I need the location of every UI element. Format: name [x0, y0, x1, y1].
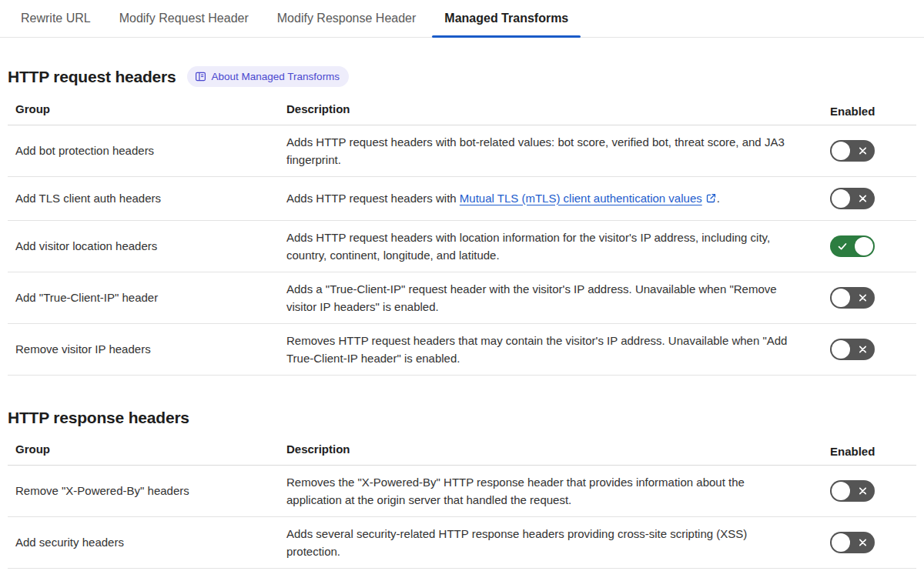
group-cell: Add TLS client auth headers	[8, 190, 286, 207]
response-section-header: HTTP response headers	[8, 408, 916, 427]
section-title-response: HTTP response headers	[8, 408, 189, 427]
toggle-knob	[832, 533, 850, 552]
enabled-toggle-add-tls-client-auth-headers[interactable]	[830, 188, 875, 209]
toggle-knob	[832, 482, 850, 500]
request-headers-table: Group Description Enabled Add bot protec…	[8, 97, 916, 376]
column-header-group: Group	[8, 101, 286, 118]
tab-modify-request-header[interactable]: Modify Request Header	[107, 0, 261, 37]
table-header-row: Group Description Enabled	[8, 437, 916, 466]
table-row: Add "True-Client-IP" header Adds a "True…	[8, 272, 916, 324]
column-header-group: Group	[8, 441, 286, 458]
description-cell: Removes HTTP request headers that may co…	[286, 324, 830, 375]
book-icon	[195, 71, 206, 82]
link-mutual-tls-mtls-client-authentication-values[interactable]: Mutual TLS (mTLS) client authentication …	[460, 192, 702, 205]
table-row: Add TLS client auth headers Adds HTTP re…	[8, 177, 916, 221]
description-cell: Adds HTTP request headers with bot-relat…	[286, 125, 830, 176]
tab-rewrite-url[interactable]: Rewrite URL	[8, 0, 103, 37]
x-icon	[858, 194, 868, 204]
toggle-knob	[832, 142, 850, 160]
group-cell: Remove visitor IP headers	[8, 341, 286, 358]
description-cell: Adds HTTP request headers with Mutual TL…	[286, 182, 830, 216]
about-managed-transforms-badge[interactable]: About Managed Transforms	[187, 66, 350, 87]
x-icon	[858, 538, 868, 548]
x-icon	[858, 345, 868, 355]
enabled-toggle-remove-x-powered-by-headers[interactable]	[830, 480, 875, 502]
table-row: Add bot protection headers Adds HTTP req…	[8, 125, 916, 177]
tab-managed-transforms[interactable]: Managed Transforms	[432, 0, 581, 37]
description-cell: Adds several security-related HTTP respo…	[286, 517, 830, 568]
toggle-knob	[832, 189, 850, 208]
table-header-row: Group Description Enabled	[8, 97, 916, 125]
request-headers-section: HTTP request headers About Managed Trans…	[8, 66, 916, 376]
column-header-enabled: Enabled	[830, 105, 916, 118]
group-cell: Remove "X-Powered-By" headers	[8, 483, 286, 499]
enabled-toggle-remove-visitor-ip-headers[interactable]	[830, 339, 875, 360]
x-icon	[858, 146, 868, 156]
enabled-toggle-add-true-client-ip-header[interactable]	[830, 287, 875, 309]
response-headers-table: Group Description Enabled Remove "X-Powe…	[8, 437, 916, 569]
enabled-toggle-add-visitor-location-headers[interactable]	[830, 235, 875, 257]
group-cell: Add "True-Client-IP" header	[8, 289, 286, 306]
toggle-knob	[832, 340, 850, 359]
toggle-knob	[832, 289, 850, 307]
column-header-enabled: Enabled	[830, 445, 916, 458]
response-headers-section: HTTP response headers Group Description …	[8, 408, 916, 569]
table-row: Remove "X-Powered-By" headers Removes th…	[8, 466, 916, 517]
group-cell: Add visitor location headers	[8, 238, 286, 255]
tab-modify-response-header[interactable]: Modify Response Header	[265, 0, 429, 37]
column-header-description: Description	[286, 440, 830, 458]
badge-label: About Managed Transforms	[212, 72, 340, 82]
table-row: Remove visitor IP headers Removes HTTP r…	[8, 324, 916, 376]
description-cell: Adds a "True-Client-IP" request header w…	[286, 272, 830, 323]
section-title-request: HTTP request headers	[8, 67, 176, 86]
external-link-icon	[705, 191, 717, 209]
check-icon	[837, 241, 848, 252]
request-section-header: HTTP request headers About Managed Trans…	[8, 66, 916, 87]
table-row: Add security headers Adds several securi…	[8, 517, 916, 569]
tab-bar: Rewrite URLModify Request HeaderModify R…	[0, 0, 924, 38]
enabled-toggle-add-bot-protection-headers[interactable]	[830, 140, 875, 162]
description-cell: Removes the "X-Powered-By" HTTP response…	[286, 466, 830, 516]
enabled-toggle-add-security-headers[interactable]	[830, 532, 875, 553]
group-cell: Add bot protection headers	[8, 142, 286, 159]
x-icon	[858, 486, 868, 496]
x-icon	[858, 293, 868, 303]
toggle-knob	[855, 237, 873, 255]
table-row: Add visitor location headers Adds HTTP r…	[8, 221, 916, 272]
column-header-description: Description	[286, 100, 830, 118]
group-cell: Add security headers	[8, 534, 286, 551]
description-cell: Adds HTTP request headers with location …	[286, 221, 830, 272]
managed-transforms-content: HTTP request headers About Managed Trans…	[0, 66, 924, 569]
